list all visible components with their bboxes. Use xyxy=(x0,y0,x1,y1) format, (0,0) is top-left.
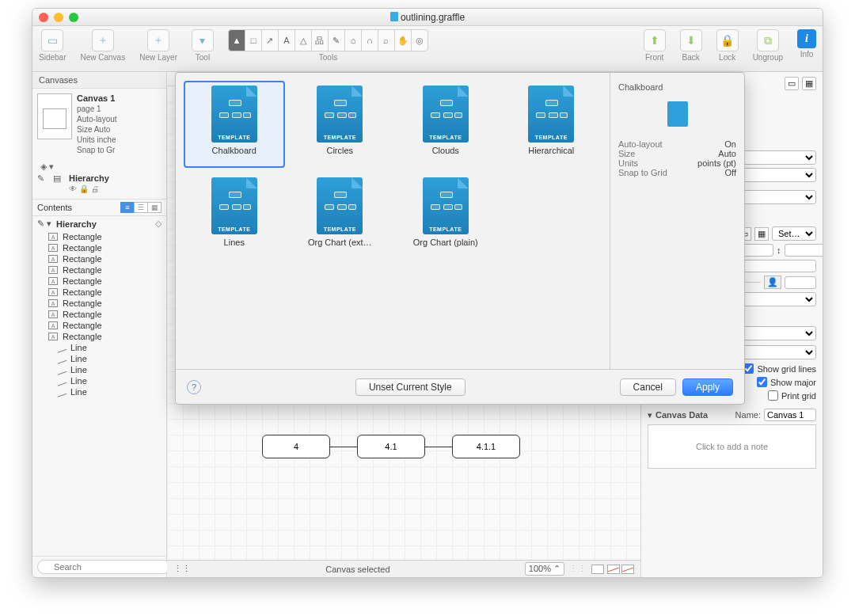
template-item[interactable]: TEMPLATELines xyxy=(184,173,285,260)
tools-group: ▲ □ ↗ A △ 品 ✎ ⌂ ∩ ⌕ ✋ ◎ Tools xyxy=(228,29,428,62)
hand-tool[interactable]: ✋ xyxy=(394,29,412,51)
document-icon xyxy=(390,12,398,21)
search-input[interactable] xyxy=(37,560,170,574)
fill-swatch[interactable] xyxy=(591,565,604,574)
template-item[interactable]: TEMPLATEHierarchical xyxy=(501,81,602,168)
template-item[interactable]: TEMPLATEClouds xyxy=(395,81,496,168)
list-item[interactable]: Line xyxy=(32,375,166,386)
layer-tools[interactable]: ◈ ▾ xyxy=(32,160,166,173)
set-select[interactable]: Set… xyxy=(772,226,816,241)
line-tool[interactable]: ↗ xyxy=(261,29,279,51)
point-tool[interactable]: ◎ xyxy=(411,29,428,51)
text-tool[interactable]: A xyxy=(278,29,295,51)
print-grid-check[interactable] xyxy=(768,390,778,401)
window-title: outlining.graffle xyxy=(32,12,823,23)
stroke-swatch[interactable] xyxy=(607,565,620,574)
info-button[interactable]: iInfo xyxy=(797,29,816,59)
selection-tool[interactable]: ▲ xyxy=(228,29,245,51)
contents-bar: Contents ≡☰▦ xyxy=(32,199,166,216)
property-row: SizeAuto xyxy=(618,149,736,158)
property-row: Auto-layoutOn xyxy=(618,139,736,149)
template-grid: TEMPLATEChalkboardTEMPLATECirclesTEMPLAT… xyxy=(176,73,610,369)
template-sheet: TEMPLATEChalkboardTEMPLATECirclesTEMPLAT… xyxy=(175,72,745,405)
template-detail-title: Chalkboard xyxy=(618,82,736,92)
list-item[interactable]: Line xyxy=(32,353,166,364)
list-item[interactable]: ARectangle xyxy=(32,331,166,342)
template-item[interactable]: TEMPLATEChalkboard xyxy=(184,81,285,168)
front-button[interactable]: ⬆Front xyxy=(644,29,666,62)
layer-row[interactable]: ✎▤ Hierarchy👁 🔒 🖨 xyxy=(32,173,166,199)
property-row: Unitspoints (pt) xyxy=(618,158,736,168)
list-item[interactable]: Line xyxy=(32,364,166,375)
template-detail-icon xyxy=(667,101,688,127)
field[interactable] xyxy=(785,244,823,257)
person-icon[interactable]: 👤 xyxy=(764,276,781,289)
show-grid-check[interactable] xyxy=(743,363,754,374)
template-item[interactable]: TEMPLATECircles xyxy=(290,81,391,168)
diagram-node[interactable]: 4.1 xyxy=(357,435,425,458)
arrow-icon: ↕ xyxy=(777,245,781,255)
show-major-check[interactable] xyxy=(757,377,767,387)
zoom-control[interactable]: 100% ⌃ xyxy=(525,562,564,576)
shape-tool[interactable]: □ xyxy=(245,29,262,51)
style-brush-tool[interactable]: ✎ xyxy=(328,29,345,51)
pen-tool[interactable]: △ xyxy=(294,29,312,51)
list-item[interactable]: ARectangle xyxy=(32,309,166,320)
status-text: Canvas selected xyxy=(191,565,525,574)
tool-popup[interactable]: ▾Tool xyxy=(192,29,214,62)
shadow-swatch[interactable] xyxy=(621,565,634,574)
toolbar: ▭Sidebar ＋New Canvas ＋New Layer ▾Tool ▲ … xyxy=(32,26,823,72)
segment-icon[interactable]: ▦ xyxy=(754,227,769,241)
canvas-thumbnail xyxy=(37,93,72,139)
canvas-data-header: Canvas Data xyxy=(656,410,708,420)
diagram-link xyxy=(425,447,452,447)
diagram-node[interactable]: 4.1.1 xyxy=(452,435,520,458)
canvases-header: Canvases xyxy=(32,72,166,89)
sheet-footer: ? Unset Current Style Cancel Apply xyxy=(176,369,744,404)
canvas-thumbnail-row[interactable]: Canvas 1 page 1 Auto-layout Size Auto Un… xyxy=(32,89,166,160)
new-layer-button[interactable]: ＋New Layer xyxy=(139,29,177,62)
list-item[interactable]: ARectangle xyxy=(32,242,166,253)
field[interactable] xyxy=(785,276,816,289)
app-window: outlining.graffle ▭Sidebar ＋New Canvas ＋… xyxy=(32,8,823,578)
search-bar: ⚙ xyxy=(32,556,166,577)
list-item[interactable]: ARectangle xyxy=(32,276,166,287)
lock-button[interactable]: 🔒Lock xyxy=(716,29,739,62)
list-item[interactable]: ARectangle xyxy=(32,287,166,298)
diagram-link xyxy=(330,447,357,447)
rubber-stamp-tool[interactable]: ⌂ xyxy=(344,29,362,51)
diagram-tool[interactable]: 品 xyxy=(311,29,329,51)
list-item[interactable]: ARectangle xyxy=(32,264,166,276)
list-item[interactable]: ARectangle xyxy=(32,320,166,331)
hierarchy-header[interactable]: Hierarchy◇ xyxy=(32,216,166,231)
inspector-tab-icon[interactable]: ▦ xyxy=(802,77,816,90)
apply-button[interactable]: Apply xyxy=(682,378,733,396)
titlebar: outlining.graffle xyxy=(32,9,823,26)
list-item[interactable]: ARectangle xyxy=(32,298,166,309)
canvas-note[interactable]: Click to add a note xyxy=(648,424,816,469)
cancel-button[interactable]: Cancel xyxy=(620,378,676,396)
canvas-metadata: Canvas 1 page 1 Auto-layout Size Auto Un… xyxy=(77,93,117,155)
unset-style-button[interactable]: Unset Current Style xyxy=(355,378,466,396)
list-item[interactable]: ARectangle xyxy=(32,231,166,242)
back-button[interactable]: ⬇Back xyxy=(680,29,702,62)
help-icon[interactable]: ? xyxy=(187,380,201,394)
left-sidebar: Canvases Canvas 1 page 1 Auto-layout Siz… xyxy=(32,72,167,577)
template-details: Chalkboard Auto-layoutOnSizeAutoUnitspoi… xyxy=(610,73,744,369)
zoom-tool[interactable]: ⌕ xyxy=(378,29,395,51)
template-item[interactable]: TEMPLATEOrg Chart (ext… xyxy=(290,173,391,260)
status-bar: ⋮⋮ Canvas selected 100% ⌃ ⋮⋮ xyxy=(167,560,640,577)
ungroup-button[interactable]: ⧉Ungroup xyxy=(753,29,783,62)
list-item[interactable]: Line xyxy=(32,386,166,397)
list-item[interactable]: Line xyxy=(32,342,166,353)
magnet-tool[interactable]: ∩ xyxy=(361,29,378,51)
canvas-name-input[interactable] xyxy=(764,409,816,421)
list-item[interactable]: ARectangle xyxy=(32,253,166,264)
new-canvas-button[interactable]: ＋New Canvas xyxy=(80,29,125,62)
outline-list: ARectangleARectangleARectangleARectangle… xyxy=(32,231,166,556)
diagram-node[interactable]: 4 xyxy=(262,435,330,458)
sidebar-toggle[interactable]: ▭Sidebar xyxy=(39,29,66,62)
inspector-tab-icon[interactable]: ▭ xyxy=(785,77,799,90)
contents-view-mode[interactable]: ≡☰▦ xyxy=(121,202,162,213)
template-item[interactable]: TEMPLATEOrg Chart (plain) xyxy=(395,173,496,260)
